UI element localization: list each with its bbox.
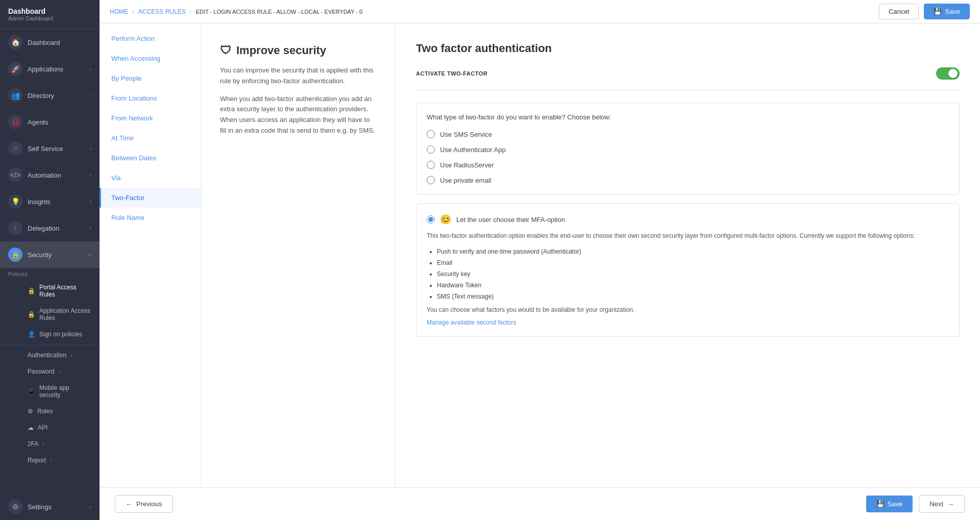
automation-icon: </> (8, 168, 22, 182)
step-two-factor[interactable]: Two-Factor (100, 188, 201, 208)
sidebar-header: Dashboard Admin Dashboard (0, 0, 100, 29)
breadcrumb-sep-1: › (132, 8, 134, 15)
lock-icon: 🔒 (28, 287, 35, 294)
section-title-text: Improve security (236, 44, 326, 57)
radio-mfa-user-choice[interactable] (427, 215, 435, 224)
step-when-accessing[interactable]: When Accessing (100, 48, 201, 68)
sidebar-subtitle: Admin Dashboard (8, 15, 91, 21)
cancel-button[interactable]: Cancel (879, 4, 919, 19)
activate-label: ACTIVATE TWO-FACTOR (416, 70, 487, 77)
sidebar-label-security: Security (28, 251, 52, 259)
right-title: Two factor authentication (416, 42, 960, 55)
chevron-icon: ‹ (90, 199, 91, 205)
section-desc-2: When you add two-factor authentication y… (220, 94, 377, 136)
sidebar-item-self-service[interactable]: ☞ Self Service ‹ (0, 135, 100, 162)
sidebar-item-agents[interactable]: 🐞 Agents (0, 109, 100, 135)
radio-authenticator[interactable] (427, 145, 435, 154)
sidebar-item-security[interactable]: 🔒 Security ∨ (0, 241, 100, 268)
directory-icon: 👥 (8, 88, 22, 103)
mfa-list-item-5: SMS (Text message) (437, 292, 949, 301)
radio-private-email[interactable] (427, 176, 435, 184)
sidebar-label-agents: Agents (28, 118, 48, 126)
step-rule-name[interactable]: Rule Name (100, 208, 201, 228)
topbar-actions: Cancel 💾 Save (879, 4, 970, 19)
step-by-people[interactable]: By People (100, 68, 201, 88)
chevron-icon: ‹ (90, 93, 91, 98)
radio-item-private-email[interactable]: Use private email (427, 176, 949, 184)
mfa-title: Let the user choose their MFA-option (456, 216, 565, 224)
sidebar-item-dashboard[interactable]: 🏠 Dashboard (0, 29, 100, 56)
sidebar-item-portal-access-rules[interactable]: 🔒 Portal Access Rules (0, 279, 100, 303)
sidebar-item-settings[interactable]: ⚙ Settings ‹ (0, 493, 100, 520)
mfa-list: Push to verify and one-time password (Au… (437, 247, 949, 301)
step-from-locations[interactable]: From Locations (100, 88, 201, 108)
rocket-icon: 🚀 (8, 62, 22, 76)
section-title: 🛡 Improve security (220, 44, 377, 57)
save-button-bottom[interactable]: 💾 Save (866, 496, 913, 512)
step-perform-action[interactable]: Perform Action (100, 29, 201, 48)
sidebar-item-2fa[interactable]: 2FA ‹ (0, 436, 100, 452)
sidebar-item-roles[interactable]: ⚙ Roles (0, 403, 100, 419)
breadcrumb-access-rules[interactable]: ACCESS RULES (138, 8, 186, 15)
sidebar-item-password[interactable]: Password ‹ (0, 363, 100, 380)
next-button[interactable]: Next → (919, 495, 965, 513)
sidebar-item-insights[interactable]: 💡 Insights ‹ (0, 188, 100, 215)
sidebar-label-settings: Settings (28, 503, 52, 511)
content-area: Perform Action When Accessing By People … (100, 23, 980, 487)
api-label: API (38, 424, 47, 431)
right-content: Two factor authentication ACTIVATE TWO-F… (396, 23, 980, 487)
main-panel: 🛡 Improve security You can improve the s… (202, 23, 980, 487)
activate-two-factor-row: ACTIVATE TWO-FACTOR (416, 67, 960, 90)
chevron-icon: ‹ (50, 458, 52, 463)
step-from-network[interactable]: From Network (100, 108, 201, 128)
sidebar-label-insights: Insights (28, 198, 51, 206)
radio-group: What type of two-factor do you want to e… (427, 113, 949, 184)
sidebar-item-application-access-rules[interactable]: 🔒 Application Access Rules (0, 303, 100, 326)
breadcrumb-home[interactable]: HOME (110, 8, 128, 15)
self-service-icon: ☞ (8, 141, 22, 156)
section-desc-1: You can improve the security that is app… (220, 65, 377, 87)
step-between-dates[interactable]: Between Dates (100, 148, 201, 168)
chevron-icon: ‹ (59, 369, 60, 375)
chevron-icon: ‹ (90, 146, 91, 152)
sidebar-item-report[interactable]: Report ‹ (0, 452, 100, 468)
activate-toggle[interactable] (936, 67, 960, 80)
arrow-right-icon: → (947, 500, 954, 508)
sidebar-item-delegation[interactable]: ↑ Delegation ‹ (0, 215, 100, 241)
radio-item-radius[interactable]: Use RadiusServer (427, 161, 949, 169)
radio-radius[interactable] (427, 161, 435, 169)
left-content: 🛡 Improve security You can improve the s… (202, 23, 396, 487)
main-container: HOME › ACCESS RULES › EDIT - LOGIN ACCES… (100, 0, 980, 520)
sidebar-label-delegation: Delegation (28, 225, 59, 232)
save-button-top[interactable]: 💾 Save (924, 4, 970, 19)
sidebar-item-api[interactable]: ☁ API (0, 419, 100, 436)
breadcrumb: HOME › ACCESS RULES › EDIT - LOGIN ACCES… (110, 8, 362, 15)
breadcrumb-sep-2: › (190, 8, 192, 15)
option-card-title: What type of two-factor do you want to e… (427, 113, 949, 121)
sidebar-item-automation[interactable]: </> Automation ‹ (0, 162, 100, 188)
mfa-list-item-2: Email (437, 258, 949, 267)
radio-private-email-label: Use private email (440, 177, 491, 184)
radio-sms[interactable] (427, 130, 435, 138)
chevron-icon: ‹ (90, 66, 91, 72)
sidebar-item-sign-on-policies[interactable]: 👤 Sign on policies (0, 326, 100, 342)
2fa-label: 2FA (28, 440, 38, 448)
sidebar-item-applications[interactable]: 🚀 Applications ‹ (0, 56, 100, 82)
save-icon-bottom: 💾 (876, 500, 885, 508)
sidebar-item-authentication[interactable]: Authentication ‹ (0, 347, 100, 363)
step-at-time[interactable]: At Time (100, 128, 201, 148)
manage-second-factors-link[interactable]: Manage available second factors (427, 319, 516, 326)
delegation-icon: ↑ (8, 221, 22, 235)
sidebar-label-dashboard: Dashboard (28, 39, 60, 46)
step-via[interactable]: Via (100, 168, 201, 188)
mfa-list-item-1: Push to verify and one-time password (Au… (437, 247, 949, 256)
sidebar-label-applications: Applications (28, 65, 63, 73)
previous-button[interactable]: ← Previous (115, 495, 173, 513)
insights-icon: 💡 (8, 194, 22, 209)
sidebar-item-directory[interactable]: 👥 Directory ‹ (0, 82, 100, 109)
chevron-icon: ‹ (90, 172, 91, 178)
radio-item-sms[interactable]: Use SMS Service (427, 130, 949, 138)
save-icon-top: 💾 (934, 8, 942, 15)
sidebar-item-mobile-app-security[interactable]: 📱 Mobile app security (0, 380, 100, 403)
radio-item-authenticator[interactable]: Use Authenticator App (427, 145, 949, 154)
